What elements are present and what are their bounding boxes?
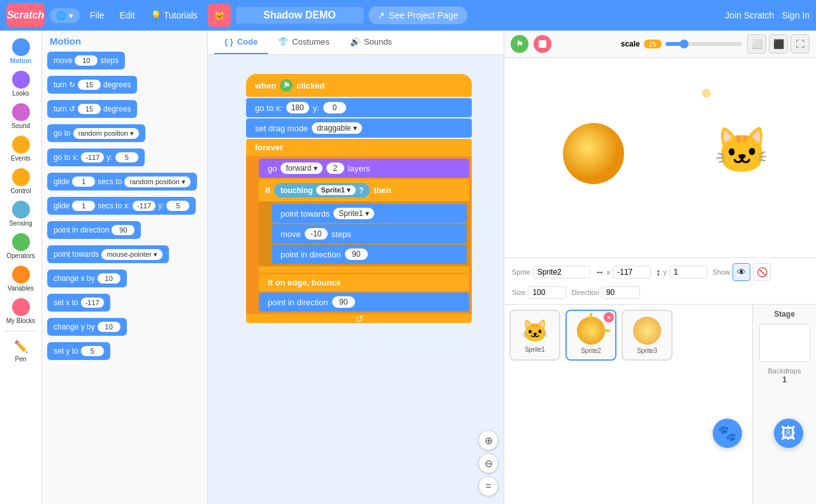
motion-dot	[12, 38, 30, 56]
direction-90a-input[interactable]: 90	[345, 248, 368, 260]
block-bounce[interactable]: if on edge, bounce	[259, 274, 469, 291]
stage-area: ⚑ scale 25 ⬜ ⬛ ⛶	[504, 31, 816, 504]
sprite1-dropdown[interactable]: Sprite1 ▾	[316, 185, 356, 195]
forward-dropdown[interactable]: forward ▾	[280, 162, 322, 174]
sprite-name-input[interactable]	[533, 266, 590, 278]
block-goto-random[interactable]: go to random position ▾	[47, 124, 202, 146]
zoom-out-button[interactable]: ⊖	[478, 453, 499, 473]
fullscreen-button[interactable]: ⛶	[790, 34, 810, 54]
see-project-button[interactable]: ↗ See Project Page	[368, 6, 467, 24]
sprite3-icon	[633, 317, 661, 345]
sidebar-item-pen[interactable]: ✏️ Pen	[2, 335, 40, 365]
direction-90b-input[interactable]: 90	[332, 296, 355, 308]
sidebar-item-operators[interactable]: Operators	[2, 231, 40, 262]
zoom-in-button[interactable]: ⊕	[478, 430, 499, 450]
block-turn-ccw[interactable]: turn ↺ 15 degrees	[47, 100, 202, 122]
block-point-direction[interactable]: point in direction 90	[47, 221, 202, 243]
tab-sounds[interactable]: 🔊 Sounds	[340, 31, 402, 54]
block-move-neg10[interactable]: move -10 steps	[272, 224, 467, 243]
language-selector[interactable]: 🌐 ▾	[50, 8, 80, 23]
add-stage-button[interactable]: 🖼	[774, 419, 803, 448]
project-name-input[interactable]	[236, 7, 363, 24]
block-point-dir-90b[interactable]: point in direction 90	[259, 292, 469, 312]
block-forever: forever go forward ▾ 2 layers	[246, 139, 472, 323]
y-arrows-icon: ↕	[656, 267, 660, 277]
scale-slider[interactable]	[666, 42, 742, 46]
large-stage-button[interactable]: ⬛	[769, 34, 788, 54]
block-go-layers[interactable]: go forward ▾ 2 layers	[259, 159, 469, 178]
sign-in-link[interactable]: Sign In	[782, 10, 810, 20]
block-glide-random[interactable]: glide 1 secs to random position ▾	[47, 173, 202, 194]
touching-block[interactable]: touching Sprite1 ▾ ?	[274, 183, 370, 198]
forever-header[interactable]: forever	[246, 139, 472, 156]
file-menu[interactable]: File	[85, 8, 110, 23]
sprite-size-input[interactable]	[528, 286, 566, 299]
stop-button[interactable]	[534, 35, 551, 53]
sidebar-item-sensing[interactable]: Sensing	[2, 198, 40, 229]
block-goto-xy-script[interactable]: go to x: 180 y: 0	[246, 98, 472, 117]
if-header[interactable]: if touching Sprite1 ▾ ? then	[259, 179, 469, 201]
sprite-y-input[interactable]	[669, 266, 708, 278]
scratch-logo[interactable]: Scratch	[6, 3, 45, 27]
block-point-dir-90a[interactable]: point in direction 90	[272, 245, 467, 264]
sidebar-item-motion[interactable]: Motion	[2, 36, 40, 67]
show-visible-button[interactable]: 👁	[732, 263, 750, 281]
sun-sprite[interactable]	[543, 103, 645, 205]
stage-thumbnail[interactable]	[759, 324, 810, 362]
sprite-info-panel: Sprite ↔ x ↕ y Show 👁 🚫 Size	[504, 257, 816, 304]
block-when-clicked[interactable]: when ⚑ clicked	[246, 74, 472, 97]
add-sprite-button[interactable]: 🐾	[713, 419, 742, 448]
block-set-x[interactable]: set x to -117	[47, 294, 202, 315]
show-hidden-button[interactable]: 🚫	[753, 263, 771, 281]
zoom-controls: ⊕ ⊖ =	[478, 430, 499, 496]
block-set-drag[interactable]: set drag mode draggable ▾	[246, 119, 472, 138]
edit-menu[interactable]: Edit	[115, 8, 140, 23]
sidebar-item-control[interactable]: Control	[2, 166, 40, 197]
pen-icon: ✏️	[12, 338, 30, 356]
sprite-direction-input[interactable]	[602, 286, 640, 299]
sprite1-icon: 🐱	[521, 318, 548, 343]
sprite-delete-button[interactable]: ✕	[604, 312, 614, 322]
green-flag-button[interactable]: ⚑	[511, 35, 528, 53]
tab-costumes[interactable]: 👕 Costumes	[268, 31, 340, 54]
block-point-towards[interactable]: point towards mouse-pointer ▾	[47, 245, 202, 267]
sprite-x-input[interactable]	[613, 266, 651, 278]
block-change-x[interactable]: change x by 10	[47, 270, 202, 291]
tutorials-menu[interactable]: 💡 Tutorials	[145, 8, 203, 23]
block-change-y[interactable]: change y by 10	[47, 318, 202, 340]
zoom-reset-button[interactable]: =	[478, 476, 499, 496]
scripts-canvas[interactable]: when ⚑ clicked go to x: 180 y: 0 set dra…	[208, 55, 504, 501]
block-glide-xy[interactable]: glide 1 secs to x: -117 y: 5	[47, 197, 202, 219]
join-link[interactable]: Join Scratch	[725, 10, 774, 20]
sound-dot	[12, 103, 30, 121]
sidebar-item-myblocks[interactable]: My Blocks	[2, 296, 40, 327]
block-move[interactable]: move 10 steps	[47, 52, 202, 73]
tab-code[interactable]: { } Code	[214, 31, 268, 54]
cat-sprite[interactable]: 🐱	[714, 128, 771, 185]
sprite-thumb-sprite1[interactable]: 🐱 Sprite1	[509, 310, 560, 361]
goto-y-input[interactable]: 0	[323, 102, 346, 113]
block-turn-cw[interactable]: turn ↻ 15 degrees	[47, 76, 202, 97]
scale-fill	[666, 42, 681, 46]
stop-icon	[539, 40, 546, 48]
block-set-y[interactable]: set y to 5	[47, 342, 202, 364]
sprite-thumb-sprite3[interactable]: Sprite3	[622, 310, 673, 361]
drag-dropdown[interactable]: draggable ▾	[312, 122, 362, 134]
sidebar-item-sound[interactable]: Sound	[2, 101, 40, 132]
sidebar-item-looks[interactable]: Looks	[2, 68, 40, 99]
small-stage-button[interactable]: ⬜	[747, 34, 766, 54]
goto-x-input[interactable]: 180	[286, 102, 309, 113]
sprite-thumb-sprite2[interactable]: ✕ Sprite2	[565, 310, 616, 361]
scale-value-badge: 25	[644, 40, 662, 48]
move-val-input[interactable]: -10	[305, 228, 328, 240]
block-if-touching: if touching Sprite1 ▾ ? then	[259, 179, 469, 273]
sidebar-item-events[interactable]: Events	[2, 133, 40, 164]
layers-val[interactable]: 2	[326, 162, 344, 174]
block-goto-xy[interactable]: go to x: -117 y: 5	[47, 148, 202, 170]
scale-thumb[interactable]	[680, 40, 688, 48]
point-towards-dropdown[interactable]: Sprite1 ▾	[333, 208, 374, 219]
sidebar-item-variables[interactable]: Variables	[2, 263, 40, 294]
control-dot	[12, 168, 30, 186]
block-point-towards-script[interactable]: point towards Sprite1 ▾	[272, 204, 467, 223]
sprite-show-field: Show 👁 🚫	[713, 263, 771, 281]
